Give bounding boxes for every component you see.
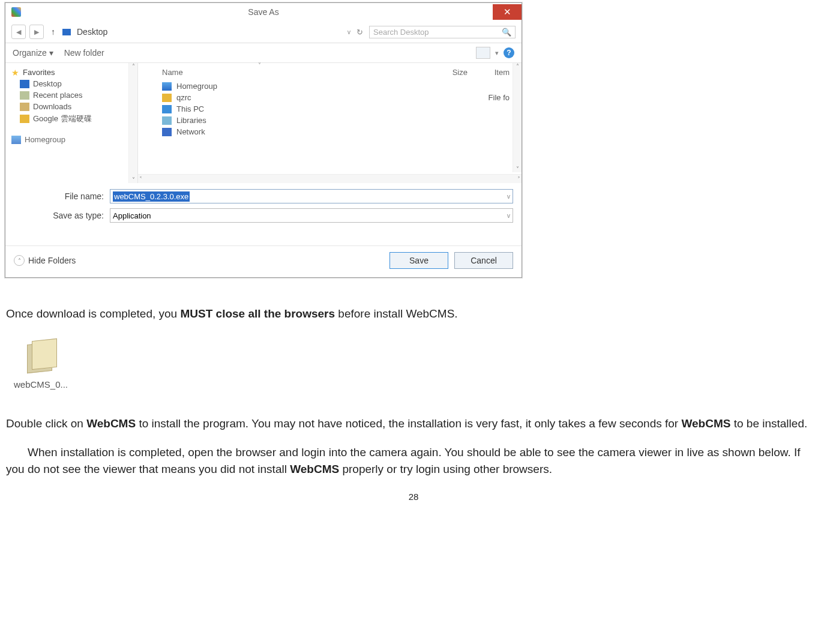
list-item[interactable]: This PC xyxy=(144,103,516,115)
sidebar-item-label: Recent places xyxy=(33,91,82,100)
sidebar-item-label: Downloads xyxy=(33,102,71,111)
homegroup-icon xyxy=(11,136,21,144)
sidebar-item-label: Google 雲端硬碟 xyxy=(33,113,92,124)
organize-button[interactable]: Organize ▾ xyxy=(13,48,53,58)
desktop-icon xyxy=(62,29,71,35)
col-size[interactable]: Size xyxy=(407,68,468,77)
libraries-icon xyxy=(162,116,172,125)
desktop-icon xyxy=(20,80,29,88)
sidebar-item-downloads[interactable]: Downloads xyxy=(11,101,131,112)
paragraph-2: Double click on WebCMS to install the pr… xyxy=(6,415,821,433)
pc-icon xyxy=(162,105,172,113)
view-button[interactable] xyxy=(476,47,490,59)
network-icon xyxy=(162,128,172,136)
toolbar: Organize ▾ New folder ▾ ? xyxy=(5,43,522,63)
refresh-button[interactable]: ↻ xyxy=(356,28,363,37)
file-label: This PC xyxy=(176,104,398,113)
list-scrollbar-horizontal[interactable]: ˂˃ xyxy=(138,174,522,183)
savetype-select[interactable]: Application v xyxy=(110,208,513,223)
downloads-icon xyxy=(20,103,29,111)
fields: File name: webCMS_0.2.3.0.exe v Save as … xyxy=(5,183,522,231)
sidebar: ★ Favorites Desktop Recent places Downlo… xyxy=(5,63,138,183)
sidebar-item-recent[interactable]: Recent places xyxy=(11,89,131,101)
help-button[interactable]: ? xyxy=(504,47,514,58)
list-item[interactable]: qzrc File fo xyxy=(144,92,516,103)
save-as-dialog: Save As ✕ ◀ ▶ ↑ Desktop v ↻ Search Deskt… xyxy=(5,2,522,278)
chevron-down-icon[interactable]: v xyxy=(507,212,510,219)
savetype-value: Application xyxy=(113,211,151,220)
search-icon: 🔍 xyxy=(502,28,511,37)
file-label: Libraries xyxy=(176,116,398,125)
star-icon: ★ xyxy=(11,68,19,77)
recent-icon xyxy=(20,91,29,100)
location-label[interactable]: Desktop xyxy=(77,27,107,37)
folder-icon xyxy=(162,94,172,102)
list-scrollbar-vertical[interactable]: ˄˅ xyxy=(513,63,522,172)
paragraph-3: When installation is completed, open the… xyxy=(6,444,821,478)
close-icon: ✕ xyxy=(504,7,511,17)
list-item[interactable]: Network xyxy=(144,126,516,137)
file-label: qzrc xyxy=(176,93,398,102)
list-item[interactable]: Homegroup xyxy=(144,80,516,92)
cancel-button[interactable]: Cancel xyxy=(454,252,513,269)
hide-folders-button[interactable]: ˄ Hide Folders xyxy=(14,255,76,266)
exe-label: webCMS_0... xyxy=(11,378,71,392)
sidebar-item-gdrive[interactable]: Google 雲端硬碟 xyxy=(11,112,131,125)
exe-file-icon-block: webCMS_0... xyxy=(11,340,71,392)
sort-indicator-icon: ˅ xyxy=(258,62,261,68)
col-item[interactable]: Item xyxy=(468,68,513,77)
footer: ˄ Hide Folders Save Cancel xyxy=(5,245,522,277)
file-list: ˅ Name Size Item Homegroup qzrc File fo … xyxy=(138,63,522,183)
chevron-down-icon[interactable]: v xyxy=(507,193,510,200)
file-label: Homegroup xyxy=(176,82,398,91)
back-button[interactable]: ◀ xyxy=(11,25,26,39)
sidebar-item-desktop[interactable]: Desktop xyxy=(11,78,131,89)
homegroup-icon xyxy=(162,82,172,91)
favorites-label: Favorites xyxy=(23,68,55,77)
filename-input[interactable]: webCMS_0.2.3.0.exe v xyxy=(110,189,513,203)
nav-row: ◀ ▶ ↑ Desktop v ↻ Search Desktop 🔍 xyxy=(5,21,522,43)
filename-value: webCMS_0.2.3.0.exe xyxy=(113,191,190,202)
titlebar: Save As ✕ xyxy=(5,3,522,21)
sidebar-item-label: Desktop xyxy=(33,79,62,88)
exe-icon xyxy=(23,340,58,375)
save-button[interactable]: Save xyxy=(389,252,448,269)
hide-folders-label: Hide Folders xyxy=(28,256,76,265)
gdrive-icon xyxy=(20,115,29,123)
filename-label: File name: xyxy=(14,191,110,201)
column-headers: Name Size Item xyxy=(144,67,516,80)
page-number: 28 xyxy=(6,490,821,504)
close-button[interactable]: ✕ xyxy=(493,4,522,20)
savetype-label: Save as type: xyxy=(14,211,110,220)
file-extra: File fo xyxy=(468,93,513,102)
col-name[interactable]: Name xyxy=(162,68,407,77)
list-item[interactable]: Libraries xyxy=(144,115,516,126)
sidebar-item-label: Homegroup xyxy=(25,135,65,144)
app-icon xyxy=(11,7,21,17)
sidebar-homegroup-cut[interactable]: Homegroup xyxy=(11,134,131,145)
sidebar-favorites[interactable]: ★ Favorites xyxy=(11,67,131,78)
search-placeholder: Search Desktop xyxy=(373,28,429,37)
paragraph-1: Once download is completed, you MUST clo… xyxy=(6,305,821,323)
chevron-down-icon[interactable]: v xyxy=(347,29,350,35)
file-label: Network xyxy=(176,127,398,136)
forward-button[interactable]: ▶ xyxy=(29,25,44,39)
new-folder-button[interactable]: New folder xyxy=(64,48,104,58)
up-button[interactable]: ↑ xyxy=(51,27,55,37)
chevron-up-icon: ˄ xyxy=(14,255,25,266)
view-chevron-icon[interactable]: ▾ xyxy=(495,49,499,57)
document-text: Once download is completed, you MUST clo… xyxy=(6,305,821,504)
window-title: Save As xyxy=(248,7,278,17)
body: ★ Favorites Desktop Recent places Downlo… xyxy=(5,63,522,183)
sidebar-scrollbar[interactable]: ˄˅ xyxy=(128,63,137,183)
search-input[interactable]: Search Desktop 🔍 xyxy=(369,26,516,38)
